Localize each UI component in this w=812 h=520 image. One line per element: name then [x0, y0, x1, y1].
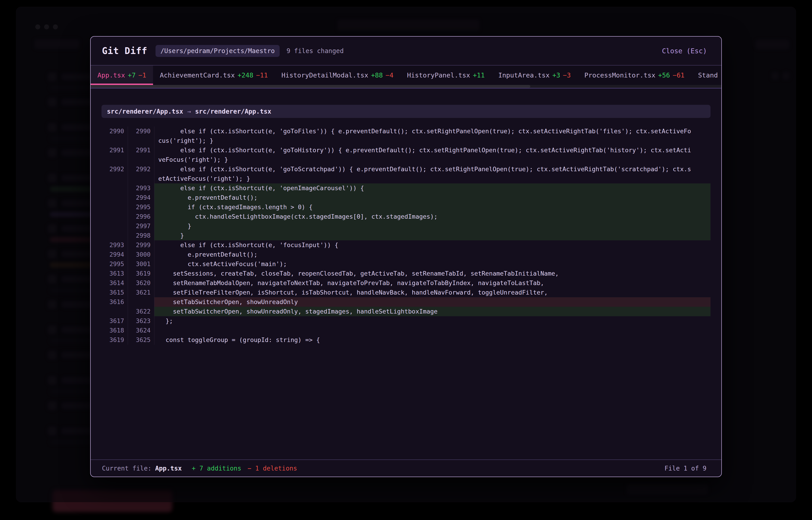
line-number-old	[101, 202, 128, 212]
line-number-old: 2991	[101, 146, 128, 155]
code-text: cus('right'); }	[154, 136, 711, 146]
code-text: else if (ctx.isShortcut(e, 'openImageCar…	[154, 183, 711, 193]
file-path-header: src/renderer/App.tsx → src/renderer/App.…	[101, 105, 711, 118]
code-text	[154, 326, 711, 335]
diff-lines: 29902990 else if (ctx.isShortcut(e, 'goT…	[101, 127, 711, 345]
line-number-old	[101, 222, 128, 231]
tab-inputarea-tsx[interactable]: InputArea.tsx+3−3	[491, 66, 577, 85]
line-number-new: 3625	[128, 335, 154, 345]
diff-row: 29953001 ctx.setActiveFocus('main');	[101, 259, 711, 269]
code-text: ctx.setActiveFocus('main');	[154, 259, 711, 269]
line-number-old	[101, 231, 128, 240]
line-number-new: 2997	[128, 222, 154, 231]
tab-name: HistoryPanel.tsx	[407, 71, 470, 79]
line-number-new: 2990	[128, 127, 154, 136]
line-number-new	[128, 174, 154, 183]
code-text: etActiveFocus('right'); }	[154, 174, 711, 183]
code-text: }	[154, 231, 711, 240]
line-number-new: 2998	[128, 231, 154, 240]
diff-row: 36193625 const toggleGroup = (groupId: s…	[101, 335, 711, 345]
diff-row-added: 2997 }	[101, 222, 711, 231]
tab-processmonitor-tsx[interactable]: ProcessMonitor.tsx+56−61	[577, 66, 691, 85]
line-number-old: 2990	[101, 127, 128, 136]
line-number-old: 3614	[101, 278, 128, 288]
code-text: veFocus('right'); }	[154, 155, 711, 164]
tab-add: +56	[658, 71, 670, 79]
tab-add: +3	[552, 71, 560, 79]
line-number-new	[128, 297, 154, 307]
tab-stand[interactable]: Stand	[691, 66, 721, 85]
current-file-label: Current file:	[102, 465, 151, 472]
code-text: setTabSwitcherOpen, showUnreadOnly, stag…	[154, 307, 711, 316]
modal-title: Git Diff	[102, 46, 147, 56]
current-file-name: App.tsx	[155, 465, 182, 472]
line-number-old	[101, 212, 128, 222]
tab-add: +88	[371, 71, 383, 79]
diff-row-added: 2993 else if (ctx.isShortcut(e, 'openIma…	[101, 183, 711, 193]
code-text: }	[154, 222, 711, 231]
code-text: if (ctx.stagedImages.length > 0) {	[154, 202, 711, 212]
modal-footer: Current file: App.tsx + 7 additions − 1 …	[91, 460, 721, 477]
line-number-old: 2993	[101, 240, 128, 250]
code-text: };	[154, 316, 711, 326]
modal-header: Git Diff /Users/pedram/Projects/Maestro …	[91, 36, 721, 66]
tab-achievementcard-tsx[interactable]: AchievementCard.tsx+248−11	[153, 66, 275, 85]
line-number-new	[128, 155, 154, 164]
git-diff-modal: Git Diff /Users/pedram/Projects/Maestro …	[90, 36, 722, 477]
line-number-new: 2996	[128, 212, 154, 222]
diff-row-added: 2995 if (ctx.stagedImages.length > 0) {	[101, 202, 711, 212]
repo-path-badge: /Users/pedram/Projects/Maestro	[155, 45, 280, 57]
tabs-scrollbar	[91, 85, 721, 88]
tab-add: +11	[473, 71, 485, 79]
line-number-old: 3618	[101, 326, 128, 335]
diff-row-added: 2994 e.preventDefault();	[101, 193, 711, 202]
code-text: e.preventDefault();	[154, 250, 711, 259]
code-text: setTabSwitcherOpen, showUnreadOnly	[154, 297, 711, 307]
line-number-old: 3613	[101, 269, 128, 278]
file-path-old: src/renderer/App.tsx	[107, 108, 183, 115]
line-number-old	[101, 183, 128, 193]
diff-row: 29943000 e.preventDefault();	[101, 250, 711, 259]
line-number-old: 3619	[101, 335, 128, 345]
file-path-new: src/renderer/App.tsx	[195, 108, 271, 115]
diff-row: 36133619 setSessions, createTab, closeTa…	[101, 269, 711, 278]
line-number-new: 2999	[128, 240, 154, 250]
line-number-new: 3000	[128, 250, 154, 259]
tab-name: InputArea.tsx	[498, 71, 549, 79]
tab-historydetailmodal-tsx[interactable]: HistoryDetailModal.tsx+88−4	[275, 66, 400, 85]
diff-row: 29932999 else if (ctx.isShortcut(e, 'foc…	[101, 240, 711, 250]
line-number-new: 3623	[128, 316, 154, 326]
code-text: else if (ctx.isShortcut(e, 'goToScratchp…	[154, 164, 711, 174]
close-button[interactable]: Close (Esc)	[662, 47, 707, 55]
tab-name: ProcessMonitor.tsx	[584, 71, 655, 79]
tabs-scrollbar-thumb[interactable]	[91, 85, 530, 88]
tab-app-tsx[interactable]: App.tsx+7−1	[91, 66, 153, 85]
tab-name: Stand	[698, 71, 718, 79]
tab-add: +248	[238, 71, 253, 79]
line-number-new: 3622	[128, 307, 154, 316]
diff-row: 36173623 };	[101, 316, 711, 326]
line-number-new: 3621	[128, 288, 154, 297]
diff-row-added: 3622 setTabSwitcherOpen, showUnreadOnly,…	[101, 307, 711, 316]
code-text: else if (ctx.isShortcut(e, 'focusInput')…	[154, 240, 711, 250]
line-number-new: 2991	[128, 146, 154, 155]
tab-del: −4	[386, 71, 394, 79]
diff-content: src/renderer/App.tsx → src/renderer/App.…	[91, 88, 721, 460]
diff-row: cus('right'); }	[101, 136, 711, 146]
line-number-new: 3620	[128, 278, 154, 288]
diff-row: 29922992 else if (ctx.isShortcut(e, 'goT…	[101, 164, 711, 174]
tab-historypanel-tsx[interactable]: HistoryPanel.tsx+11	[400, 66, 491, 85]
diff-row-removed: 3616 setTabSwitcherOpen, showUnreadOnly	[101, 297, 711, 307]
code-text: const toggleGroup = (groupId: string) =>…	[154, 335, 711, 345]
line-number-old	[101, 155, 128, 164]
file-position-indicator: File 1 of 9	[665, 465, 707, 472]
diff-row: 29912991 else if (ctx.isShortcut(e, 'goT…	[101, 146, 711, 155]
line-number-new: 2992	[128, 164, 154, 174]
code-text: e.preventDefault();	[154, 193, 711, 202]
line-number-new: 2995	[128, 202, 154, 212]
arrow-right-icon: →	[187, 108, 191, 115]
code-text: else if (ctx.isShortcut(e, 'goToHistory'…	[154, 146, 711, 155]
footer-additions: + 7 additions	[192, 465, 241, 472]
tab-del: −1	[138, 71, 146, 79]
code-text: setFileTreeFilterOpen, isShortcut, isTab…	[154, 288, 711, 297]
